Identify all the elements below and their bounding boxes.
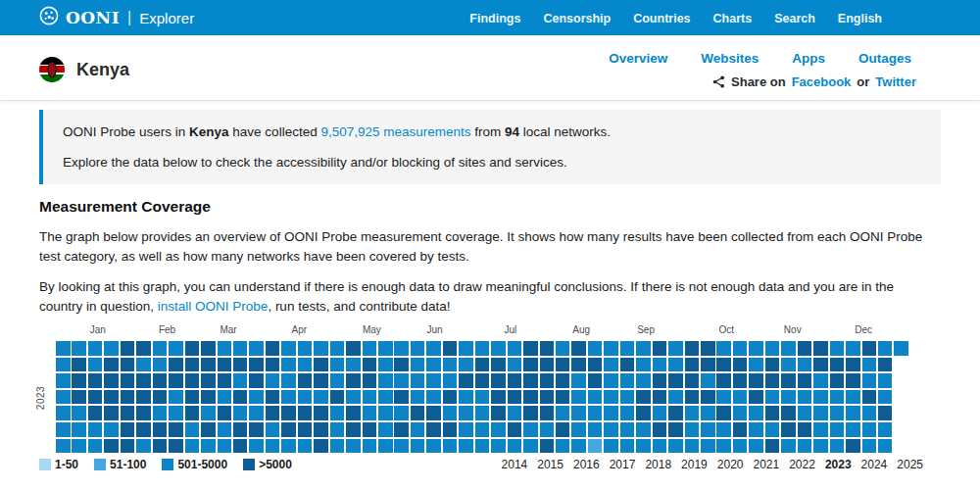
- heatmap-cell[interactable]: [121, 358, 135, 372]
- heatmap-cell[interactable]: [104, 373, 119, 388]
- heatmap-cell[interactable]: [281, 422, 296, 437]
- heatmap-cell[interactable]: [830, 341, 845, 356]
- heatmap-cell[interactable]: [153, 406, 168, 420]
- heatmap-cell[interactable]: [571, 406, 586, 420]
- heatmap-cell[interactable]: [813, 422, 828, 437]
- heatmap-cell[interactable]: [266, 422, 280, 437]
- heatmap-cell[interactable]: [443, 341, 458, 356]
- heatmap-cell[interactable]: [878, 422, 893, 437]
- heatmap-cell[interactable]: [266, 439, 280, 454]
- heatmap-cell[interactable]: [636, 341, 651, 356]
- heatmap-cell[interactable]: [765, 373, 780, 388]
- heatmap-cell[interactable]: [653, 390, 667, 405]
- heatmap-cell[interactable]: [508, 373, 522, 388]
- heatmap-cell[interactable]: [363, 373, 377, 388]
- heatmap-cell[interactable]: [798, 373, 812, 388]
- heatmap-cell[interactable]: [185, 358, 200, 372]
- heatmap-cell[interactable]: [733, 390, 748, 405]
- heatmap-cell[interactable]: [620, 406, 635, 420]
- nav-link-charts[interactable]: Charts: [713, 12, 753, 25]
- heatmap-cell[interactable]: [185, 439, 200, 454]
- heatmap-cell[interactable]: [668, 358, 683, 372]
- heatmap-cell[interactable]: [846, 406, 860, 420]
- heatmap-cell[interactable]: [281, 358, 296, 372]
- heatmap-cell[interactable]: [443, 390, 458, 405]
- year-2025[interactable]: 2025: [897, 458, 923, 471]
- heatmap-cell[interactable]: [556, 390, 570, 405]
- heatmap-cell[interactable]: [459, 422, 473, 437]
- heatmap-cell[interactable]: [121, 406, 135, 420]
- heatmap-cell[interactable]: [765, 422, 780, 437]
- heatmap-cell[interactable]: [830, 358, 845, 372]
- heatmap-cell[interactable]: [556, 341, 570, 356]
- heatmap-cell[interactable]: [733, 439, 748, 454]
- heatmap-cell[interactable]: [363, 406, 377, 420]
- heatmap-cell[interactable]: [781, 373, 796, 388]
- heatmap-cell[interactable]: [281, 406, 296, 420]
- heatmap-cell[interactable]: [878, 341, 893, 356]
- heatmap-cell[interactable]: [571, 439, 586, 454]
- heatmap-cell[interactable]: [749, 373, 763, 388]
- heatmap-cell[interactable]: [733, 358, 748, 372]
- heatmap-cell[interactable]: [266, 373, 280, 388]
- heatmap-cell[interactable]: [749, 439, 763, 454]
- heatmap-cell[interactable]: [653, 406, 667, 420]
- heatmap-cell[interactable]: [346, 390, 361, 405]
- install-ooni-probe-link[interactable]: install OONI Probe: [158, 299, 269, 314]
- heatmap-cell[interactable]: [685, 439, 700, 454]
- heatmap-cell[interactable]: [88, 390, 103, 405]
- heatmap-cell[interactable]: [72, 390, 86, 405]
- heatmap-cell[interactable]: [218, 341, 232, 356]
- heatmap-cell[interactable]: [830, 373, 845, 388]
- heatmap-cell[interactable]: [475, 358, 490, 372]
- heatmap-cell[interactable]: [378, 358, 393, 372]
- heatmap-cell[interactable]: [88, 358, 103, 372]
- heatmap-cell[interactable]: [233, 341, 248, 356]
- year-2020[interactable]: 2020: [717, 458, 744, 471]
- heatmap-cell[interactable]: [298, 341, 313, 356]
- heatmap-cell[interactable]: [588, 439, 603, 454]
- heatmap-cell[interactable]: [378, 373, 393, 388]
- heatmap-cell[interactable]: [233, 406, 248, 420]
- heatmap-cell[interactable]: [218, 390, 232, 405]
- heatmap-cell[interactable]: [314, 422, 328, 437]
- heatmap-cell[interactable]: [426, 358, 441, 372]
- heatmap-cell[interactable]: [411, 439, 425, 454]
- heatmap-cell[interactable]: [636, 439, 651, 454]
- heatmap-cell[interactable]: [314, 341, 328, 356]
- heatmap-cell[interactable]: [588, 406, 603, 420]
- year-2024[interactable]: 2024: [861, 458, 888, 471]
- heatmap-cell[interactable]: [846, 373, 860, 388]
- heatmap-cell[interactable]: [862, 358, 877, 372]
- heatmap-cell[interactable]: [523, 390, 538, 405]
- heatmap-cell[interactable]: [846, 341, 860, 356]
- heatmap-cell[interactable]: [426, 439, 441, 454]
- heatmap-cell[interactable]: [765, 406, 780, 420]
- heatmap-cell[interactable]: [136, 373, 151, 388]
- year-2018[interactable]: 2018: [645, 458, 671, 471]
- heatmap-cell[interactable]: [508, 439, 522, 454]
- heatmap-cell[interactable]: [701, 341, 715, 356]
- heatmap-cell[interactable]: [298, 406, 313, 420]
- heatmap-cell[interactable]: [104, 358, 119, 372]
- heatmap-cell[interactable]: [540, 390, 555, 405]
- share-twitter-link[interactable]: Twitter: [875, 74, 916, 89]
- year-2016[interactable]: 2016: [573, 458, 600, 471]
- heatmap-cell[interactable]: [185, 341, 200, 356]
- heatmap-cell[interactable]: [540, 439, 555, 454]
- heatmap-cell[interactable]: [523, 422, 538, 437]
- tab-websites[interactable]: Websites: [701, 51, 759, 66]
- heatmap-cell[interactable]: [314, 439, 328, 454]
- heatmap-cell[interactable]: [781, 439, 796, 454]
- heatmap-cell[interactable]: [878, 439, 893, 454]
- heatmap-cell[interactable]: [426, 422, 441, 437]
- heatmap-cell[interactable]: [88, 406, 103, 420]
- heatmap-cell[interactable]: [765, 390, 780, 405]
- heatmap-cell[interactable]: [378, 390, 393, 405]
- heatmap-cell[interactable]: [765, 358, 780, 372]
- heatmap-cell[interactable]: [330, 406, 345, 420]
- heatmap-cell[interactable]: [218, 373, 232, 388]
- heatmap-cell[interactable]: [716, 373, 731, 388]
- heatmap-cell[interactable]: [733, 341, 748, 356]
- heatmap-cell[interactable]: [249, 439, 264, 454]
